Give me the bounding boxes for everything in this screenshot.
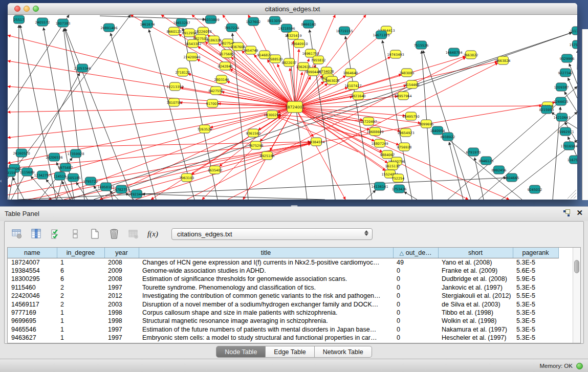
graph-node-label: 9154469 — [405, 83, 420, 87]
column-header-short[interactable]: short — [438, 248, 513, 258]
graph-node-label: 8925186 — [260, 154, 275, 158]
table-row[interactable]: 946554611997Estimation of the future num… — [8, 325, 558, 334]
table-select-value: citations_edges.txt — [177, 229, 232, 239]
graph-node-label: 7263524 — [198, 127, 212, 132]
table-scrollbar-thumb[interactable] — [574, 260, 579, 273]
column-header-name[interactable]: name — [8, 248, 57, 258]
table-row[interactable]: 977716911998Corpus callosum shape and si… — [8, 309, 558, 317]
apply-function-button[interactable]: f(x) — [146, 227, 160, 241]
graph-node-label: 1527602 — [246, 20, 261, 24]
table-row[interactable]: 911546021997Tourette syndrome. Phenomeno… — [8, 283, 558, 292]
cell-pagerank: 5.9E-5 — [513, 275, 558, 283]
graph-node-label: 1588520 — [268, 57, 283, 61]
graph-node-label: 7663822 — [464, 53, 478, 57]
graph-node-label: 6791970 — [466, 150, 481, 155]
table-panel: Table Panel ✕ — [0, 206, 588, 372]
trash-icon — [108, 228, 120, 239]
graph-node-label: 7463028 — [325, 79, 340, 83]
cell-pagerank: 5.3E-5 — [513, 309, 558, 317]
float-panel-icon[interactable] — [563, 209, 570, 216]
clear-selection-icon — [70, 228, 81, 239]
graph-node-label: 10107427 — [344, 84, 361, 88]
graph-node-label: 7857224 — [225, 26, 239, 30]
delete-table-button[interactable] — [126, 227, 140, 241]
graph-node-label: 10653287 — [173, 21, 190, 25]
graph-node-label: 2803144 — [214, 78, 229, 82]
graph-node-label: 16782759 — [113, 188, 129, 192]
graph-node-label: 9756928 — [397, 145, 412, 149]
cell-title: Genome-wide association studies in ADHD. — [139, 267, 393, 275]
table-row[interactable]: 1938455462009Genome-wide association stu… — [8, 267, 558, 275]
graph-edge — [295, 107, 405, 116]
new-table-button[interactable] — [88, 227, 101, 241]
close-panel-icon[interactable]: ✕ — [576, 209, 583, 216]
delete-rows-button[interactable] — [107, 227, 121, 241]
cell-name: 22420046 — [8, 292, 57, 300]
tab-edge-table[interactable]: Edge Table — [266, 346, 314, 358]
cell-short: Nakamura et al. (1997) — [438, 325, 513, 334]
combo-arrows-icon — [364, 230, 368, 236]
tab-network-table[interactable]: Network Table — [315, 346, 372, 358]
table-toolbar: f(x) citations_edges.txt — [10, 225, 373, 243]
graph-node-label: 1807383 — [56, 21, 71, 26]
graph-node-label: 9245012 — [528, 188, 542, 192]
cell-pagerank: 5.3E-5 — [513, 300, 558, 309]
column-header-year[interactable]: year — [104, 248, 139, 258]
panel-collapse-handle[interactable]: ‹ — [0, 176, 4, 185]
select-all-button[interactable] — [49, 227, 62, 241]
graph-node-label: 16648784 — [445, 51, 462, 55]
graph-node-label: 10688609 — [366, 130, 383, 134]
table-options-button[interactable] — [10, 227, 24, 241]
column-header-pagerank[interactable]: pagerank — [513, 248, 558, 258]
table-row[interactable]: 1872400712008Changes of HCN gene express… — [8, 258, 558, 267]
graph-node-label: 2718120 — [176, 71, 190, 75]
graph-edge — [18, 25, 19, 200]
cell-year: 1997 — [104, 334, 139, 342]
graph-node-label: 8813054 — [268, 19, 282, 23]
graph-node-label: 9146821 — [257, 53, 272, 57]
column-header-in_degree[interactable]: in_degree — [57, 248, 104, 258]
graph-node-label: 39159 — [8, 171, 15, 175]
cell-short: Franke et al. (2009) — [438, 267, 513, 275]
graph-node-label: 9242848 — [218, 64, 233, 69]
table-row[interactable]: 1456911722003Disruption of a novel membe… — [8, 300, 558, 309]
graph-node-label: 19218596 — [278, 27, 295, 31]
table-scrollbar[interactable] — [573, 248, 580, 343]
cell-out_degree: 49 — [393, 258, 438, 267]
table-row[interactable]: 946362711997Embryonic stem cells: a mode… — [8, 334, 558, 342]
tab-node-table[interactable]: Node Table — [216, 346, 266, 358]
cell-out_degree: 0 — [393, 300, 438, 309]
cell-name: 14569117 — [8, 300, 57, 309]
cell-out_degree: 0 — [393, 283, 438, 292]
column-header-out_degree[interactable]: △out_de… — [393, 248, 438, 258]
table-select[interactable]: citations_edges.txt — [171, 228, 373, 240]
cell-out_degree: 0 — [393, 317, 438, 325]
window-titlebar[interactable]: citations_edges.txt — [8, 3, 577, 15]
panel-title: Table Panel — [5, 207, 39, 221]
network-window[interactable]: citations_edges.txt 18724007866012389129… — [8, 3, 577, 200]
show-columns-button[interactable] — [29, 227, 43, 241]
window-resize-grip[interactable] — [568, 190, 576, 199]
column-header-title[interactable]: title — [139, 248, 393, 258]
network-view[interactable]: 1872400786601238912954182260589827503165… — [8, 15, 577, 200]
network-canvas[interactable]: 1872400786601238912954182260589827503165… — [8, 15, 577, 200]
graph-node-label: 9884067 — [380, 153, 395, 157]
cell-out_degree: 0 — [393, 325, 438, 334]
table-row[interactable]: 2242004622012Investigating the contribut… — [8, 292, 558, 300]
graph-node-label: 1635402 — [208, 168, 223, 172]
clear-selection-button[interactable] — [68, 227, 82, 241]
cell-name: 9465546 — [8, 325, 57, 334]
graph-node-label: 12342757 — [34, 173, 51, 178]
memory-status-icon[interactable] — [576, 363, 583, 369]
graph-edge — [8, 142, 311, 148]
graph-node-label: 114519 — [54, 174, 67, 179]
graph-edge — [295, 106, 542, 107]
cell-year: 1998 — [104, 317, 139, 325]
graph-node-label: 1604665 — [505, 176, 519, 180]
graph-node-label: 16958107 — [97, 185, 114, 189]
graph-node-label: 1167533 — [568, 158, 577, 162]
cell-pagerank: 5.5E-5 — [513, 292, 558, 300]
window-title: citations_edges.txt — [8, 3, 577, 15]
table-row[interactable]: 1830029562008Estimation of significance … — [8, 275, 558, 283]
table-row[interactable]: 969969511998Structural magnetic resonanc… — [8, 317, 558, 325]
